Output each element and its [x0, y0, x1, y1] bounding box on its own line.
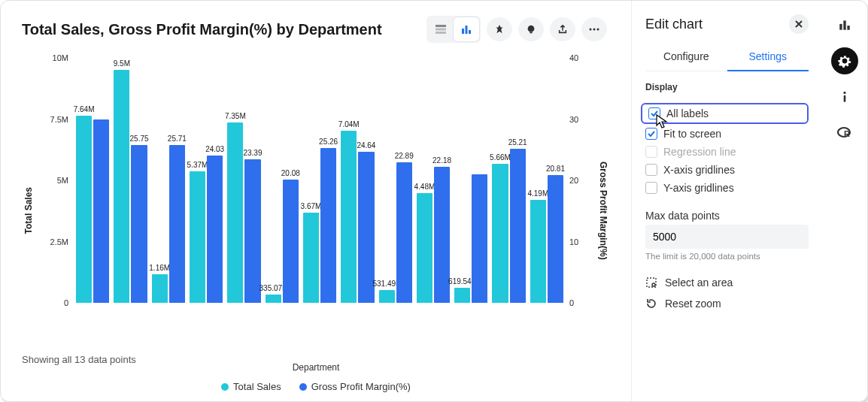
svg-rect-17 — [844, 95, 846, 102]
bar-margin[interactable]: 22.18 — [434, 167, 450, 303]
bar-total-sales[interactable]: 7.35M — [227, 122, 243, 303]
checkbox-icon — [648, 107, 660, 119]
select-area-icon — [645, 277, 657, 289]
reset-icon — [645, 298, 657, 310]
max-data-points-label: Max data points — [645, 210, 809, 222]
rail-chart-button[interactable] — [831, 11, 858, 38]
svg-rect-5 — [469, 30, 471, 34]
bar-chart-icon — [838, 18, 851, 32]
svg-point-16 — [843, 92, 845, 94]
share-button[interactable] — [550, 17, 575, 41]
checkbox-x-gridlines[interactable]: X-axis gridlines — [645, 162, 809, 178]
bar-total-sales[interactable]: 7.64M — [76, 116, 92, 303]
bar-margin[interactable]: 24.64 — [358, 152, 374, 303]
svg-point-9 — [593, 29, 596, 31]
bar-label: 1.16M — [149, 264, 170, 272]
bar-total-sales[interactable]: 531.49K — [379, 290, 395, 303]
bar-label: 4.19M — [527, 189, 548, 198]
bar-group: 7.64M — [76, 58, 109, 303]
panel-title: Edit chart — [645, 17, 703, 32]
bar-label: 4.48M — [414, 183, 435, 191]
bar-chart-icon — [460, 23, 472, 35]
bar-total-sales[interactable]: 3.67M — [303, 213, 319, 303]
bar-total-sales[interactable]: 9.5M — [114, 70, 129, 303]
select-area-action[interactable]: Select an area — [645, 274, 809, 291]
bar-margin[interactable]: 22.89 — [396, 162, 412, 303]
bar-margin[interactable]: 25.71 — [169, 145, 185, 303]
bar-group: 5.37M24.03 — [190, 58, 223, 303]
bar-group: 531.49K22.89 — [379, 58, 412, 303]
bar-total-sales[interactable]: 5.37M — [190, 171, 205, 303]
check-icon — [651, 110, 658, 117]
max-data-points-input[interactable] — [645, 225, 809, 249]
bar-group: 1.16M25.71 — [152, 58, 185, 303]
plot-wrap: 02.5M5M7.5M10M0102030407.64M9.5M25.751.1… — [35, 43, 596, 378]
bar-margin[interactable] — [472, 174, 487, 303]
bar-group: 619.54K — [454, 58, 487, 303]
chart-title: Total Sales, Gross Profit Margin(%) by D… — [22, 21, 382, 38]
more-icon — [588, 23, 600, 35]
tab-configure[interactable]: Configure — [645, 44, 727, 71]
bar-total-sales[interactable]: 4.19M — [530, 200, 546, 303]
gear-icon — [838, 54, 851, 68]
r-icon: R — [837, 125, 852, 141]
bar-label: 20.81 — [546, 165, 565, 173]
bar-total-sales[interactable]: 619.54K — [454, 288, 470, 303]
bar-margin[interactable]: 20.08 — [283, 180, 299, 303]
reset-zoom-action[interactable]: Reset zoom — [645, 295, 809, 312]
x-axis-label: Department — [293, 362, 340, 373]
y-tick-right: 20 — [569, 176, 590, 185]
bar-label: 9.5M — [114, 59, 130, 68]
bar-label: 24.64 — [357, 141, 375, 150]
bar-label: 5.66M — [490, 153, 511, 162]
legend-item-margin[interactable]: Gross Profit Margin(%) — [299, 381, 411, 392]
bar-margin[interactable]: 25.26 — [320, 148, 336, 303]
bar-total-sales[interactable]: 5.66M — [492, 164, 508, 303]
tab-settings[interactable]: Settings — [727, 44, 809, 71]
bar-margin[interactable]: 24.03 — [207, 156, 223, 303]
bar-label: 20.08 — [281, 169, 300, 177]
bar-total-sales[interactable]: 335.07K — [266, 295, 281, 303]
svg-point-8 — [590, 29, 592, 31]
bar-margin[interactable] — [93, 119, 109, 304]
rail-r-button[interactable]: R — [831, 119, 858, 147]
rail-settings-button[interactable] — [831, 47, 858, 74]
main-area: Total Sales, Gross Profit Margin(%) by D… — [1, 1, 631, 401]
bar-group: 3.67M25.26 — [303, 58, 336, 303]
checkbox-y-gridlines[interactable]: Y-axis gridlines — [645, 180, 809, 196]
plot[interactable]: 02.5M5M7.5M10M0102030407.64M9.5M25.751.1… — [73, 58, 566, 303]
checkbox-icon — [645, 182, 657, 194]
info-icon — [838, 90, 851, 104]
svg-rect-15 — [847, 26, 849, 30]
y-tick-right: 10 — [569, 237, 590, 246]
rail-info-button[interactable] — [831, 83, 858, 110]
y-axis-left-label: Total Sales — [22, 187, 35, 234]
bar-margin[interactable]: 25.75 — [131, 145, 147, 303]
bar-label: 24.03 — [205, 145, 224, 153]
table-view-button[interactable] — [428, 17, 454, 41]
bar-group: 4.48M22.18 — [417, 58, 450, 303]
bar-margin[interactable]: 20.81 — [548, 175, 563, 303]
y-tick-left: 5M — [43, 176, 68, 185]
svg-rect-0 — [436, 25, 446, 27]
y-tick-right: 30 — [569, 115, 590, 124]
section-display-title: Display — [645, 82, 809, 92]
bar-margin[interactable]: 23.39 — [244, 159, 260, 303]
checkbox-regression-line: Regression line — [645, 144, 809, 160]
bar-label: 25.26 — [319, 138, 338, 146]
svg-rect-3 — [462, 29, 464, 34]
chart-view-button[interactable] — [454, 17, 479, 41]
more-button[interactable] — [581, 17, 607, 41]
bar-total-sales[interactable]: 4.48M — [417, 193, 432, 303]
pin-button[interactable] — [487, 17, 512, 41]
bar-margin[interactable]: 25.21 — [510, 149, 526, 303]
bar-total-sales[interactable]: 1.16M — [152, 274, 168, 303]
bar-group: 7.04M24.64 — [341, 58, 374, 303]
svg-point-10 — [597, 29, 599, 31]
insights-button[interactable] — [518, 17, 544, 41]
checkbox-fit-to-screen[interactable]: Fit to screen — [645, 125, 809, 142]
app-window: Total Sales, Gross Profit Margin(%) by D… — [0, 0, 868, 402]
checkbox-all-labels[interactable]: All labels — [641, 103, 809, 124]
close-panel-button[interactable] — [789, 14, 809, 34]
bar-total-sales[interactable]: 7.04M — [341, 131, 357, 304]
